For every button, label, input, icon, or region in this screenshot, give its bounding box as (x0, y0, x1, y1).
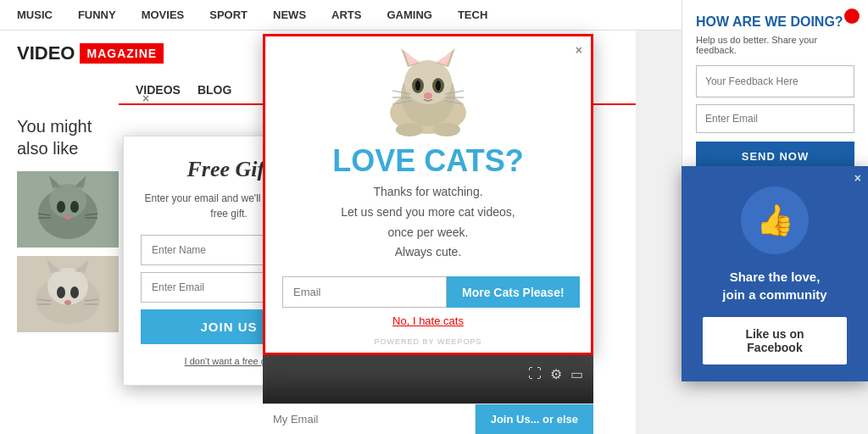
feedback-title: HOW ARE WE DOING? (696, 14, 854, 31)
love-cats-description: Thanks for watching.Let us send you more… (265, 182, 591, 263)
facebook-close-button[interactable]: × (854, 171, 861, 185)
sidebar-left: You might also like (17, 115, 127, 341)
feedback-text-input[interactable] (696, 65, 854, 97)
love-cats-cat-image (377, 45, 479, 138)
nav-news[interactable]: NEWS (273, 8, 306, 21)
nav-movies[interactable]: MOVIES (142, 8, 185, 21)
main-close-button[interactable]: × (142, 92, 149, 105)
subnav-blog[interactable]: BLOG (198, 76, 231, 103)
cat-image-1 (17, 171, 119, 248)
thumbs-up-emoji: 👍 (756, 203, 794, 238)
svg-point-19 (64, 300, 71, 305)
svg-point-34 (436, 81, 441, 91)
love-cats-close-button[interactable]: × (576, 43, 582, 57)
facebook-thumbs-up-icon: 👍 (741, 186, 809, 254)
bottom-signup-bar: Join Us... or else (263, 403, 593, 434)
nav-music[interactable]: MUSIC (17, 8, 53, 21)
svg-point-18 (70, 287, 79, 298)
nav-gaming[interactable]: GAMING (387, 8, 431, 21)
feedback-email-input[interactable] (696, 104, 854, 133)
svg-point-33 (415, 81, 420, 91)
cat-image-2 (17, 256, 119, 332)
powered-by-label: POWERED BY WEEPOPS (265, 334, 591, 353)
nav-tech[interactable]: TECH (458, 8, 487, 21)
svg-point-35 (424, 92, 432, 99)
feedback-panel: HOW ARE WE DOING? Help us do better. Sha… (682, 0, 868, 186)
nav-funny[interactable]: FUNNY (78, 8, 116, 21)
svg-point-6 (70, 201, 79, 213)
love-cats-title: LOVE CATS? (265, 143, 591, 179)
bottom-email-input[interactable] (263, 404, 476, 434)
svg-point-7 (64, 214, 71, 220)
svg-point-17 (57, 287, 65, 298)
feedback-subtitle: Help us do better. Share your feedback. (696, 35, 854, 55)
nav-arts[interactable]: ARTS (331, 8, 361, 21)
logo-video: VIDEO (17, 42, 75, 64)
svg-point-14 (47, 268, 88, 305)
svg-point-43 (433, 123, 460, 136)
svg-point-2 (49, 184, 86, 218)
bottom-join-button[interactable]: Join Us... or else (476, 404, 593, 434)
love-cats-more-cats-button[interactable]: More Cats Please! (447, 276, 580, 308)
nav-sport[interactable]: SPORT (209, 8, 248, 21)
free-gift-no-thanks-link[interactable]: I don't want a free gift (185, 356, 274, 366)
svg-point-5 (57, 201, 65, 213)
brand-dot (844, 8, 860, 24)
love-cats-no-thanks-link[interactable]: No, I hate cats (265, 314, 591, 327)
love-cats-form: More Cats Please! (265, 276, 591, 314)
sidebar-title: You might also like (17, 115, 127, 159)
popup-love-cats: × LOVE CATS? Thanks fo (263, 34, 593, 355)
settings-icon[interactable]: ⚙ (550, 366, 562, 382)
facebook-share-text: Share the love,join a community (682, 268, 868, 303)
fullscreen-icon[interactable]: ⛶ (528, 366, 542, 381)
popup-facebook: × 👍 Share the love,join a community Like… (682, 166, 868, 381)
logo-magazine: MAGAZINE (80, 43, 164, 64)
svg-point-42 (396, 123, 423, 136)
love-cats-email-input[interactable] (282, 276, 447, 308)
facebook-like-button[interactable]: Like us on Facebook (703, 317, 847, 364)
theater-icon[interactable]: ▭ (570, 366, 583, 382)
